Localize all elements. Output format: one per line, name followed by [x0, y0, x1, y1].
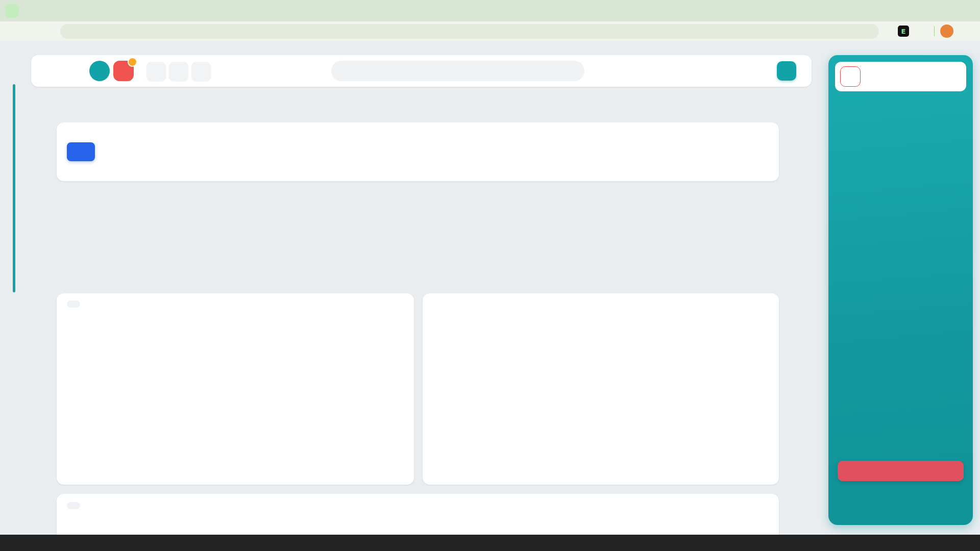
back-icon[interactable] [7, 26, 18, 37]
screen: E [0, 0, 980, 551]
address-bar[interactable] [60, 24, 879, 39]
refresh-header-button[interactable] [191, 62, 211, 81]
taskbar-tray [950, 535, 977, 551]
tab-search-button[interactable] [5, 4, 19, 18]
view-all-button[interactable] [67, 300, 80, 308]
window-controls [911, 0, 980, 17]
toolbar-divider [934, 26, 935, 36]
browser-menu-icon[interactable] [960, 26, 970, 36]
patient-activity-card [423, 293, 779, 485]
site-info-icon[interactable] [66, 27, 75, 36]
dashboard-page [0, 41, 980, 535]
app-header [31, 55, 812, 87]
extensions-puzzle-icon[interactable] [917, 26, 927, 36]
quick-actions-card [57, 494, 779, 535]
sidebar-header [835, 62, 966, 91]
reload-icon[interactable] [44, 26, 55, 37]
user-info[interactable] [44, 62, 87, 63]
search-input[interactable] [331, 61, 584, 81]
refresh-icon [197, 67, 206, 76]
donut-hole [209, 337, 261, 389]
home-icon [759, 60, 767, 67]
new-tab-button[interactable] [385, 6, 395, 16]
close-icon [782, 67, 791, 75]
close-icon [847, 73, 854, 81]
moon-icon [152, 67, 161, 76]
donut-chart [188, 316, 282, 410]
fullscreen-icon [174, 67, 183, 76]
refresh-button[interactable] [67, 142, 95, 161]
breadcrumb-home[interactable] [752, 60, 773, 68]
browser-profile-avatar[interactable] [940, 24, 953, 38]
welcome-card [57, 122, 779, 181]
sidebar [828, 55, 973, 525]
notification-badge [128, 57, 137, 67]
sidebar-close-button[interactable] [840, 66, 861, 87]
bell-icon [118, 66, 129, 76]
close-icon[interactable] [957, 0, 980, 17]
forward-icon[interactable] [26, 26, 37, 37]
search-icon [568, 66, 577, 76]
stats-row [57, 185, 779, 284]
page-scrollbar[interactable] [13, 84, 15, 292]
logout-icon [899, 466, 908, 475]
sidebar-toggle-button[interactable] [777, 61, 796, 81]
maximize-icon[interactable] [934, 0, 957, 17]
notification-center-icon[interactable] [969, 539, 977, 547]
sync-icon [79, 148, 87, 156]
department-distribution-card [57, 293, 414, 485]
taskbar [0, 535, 980, 551]
logout-button[interactable] [838, 461, 964, 481]
fullscreen-button[interactable] [169, 62, 188, 81]
extension-e-icon[interactable]: E [898, 26, 909, 37]
customize-button[interactable] [67, 502, 80, 509]
translate-icon[interactable] [848, 27, 857, 36]
browser-tab-strip [0, 0, 980, 21]
theme-toggle-button[interactable] [146, 62, 166, 81]
user-avatar[interactable] [89, 61, 110, 81]
user-menu-chevron-icon[interactable] [36, 67, 45, 76]
notifications-button[interactable] [113, 61, 134, 81]
search-box [331, 61, 584, 81]
browser-toolbar: E [0, 21, 980, 41]
bookmark-star-icon[interactable] [864, 27, 873, 36]
tray-items [950, 539, 959, 547]
minimize-icon[interactable] [911, 0, 934, 17]
patient-activity-chart [435, 323, 767, 476]
